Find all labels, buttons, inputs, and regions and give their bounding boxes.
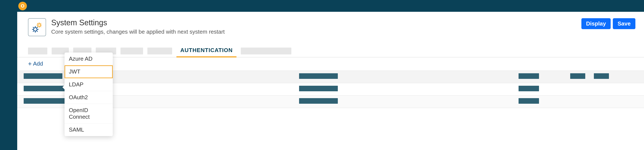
redacted-text	[594, 73, 609, 79]
app-top-bar: O	[0, 0, 644, 12]
add-button-label: Add	[33, 61, 43, 67]
content-panel: System Settings Core system settings, ch…	[17, 12, 644, 150]
redacted-text	[570, 73, 585, 79]
display-button[interactable]: Display	[582, 18, 611, 29]
redacted-text	[518, 98, 539, 104]
redacted-text	[518, 86, 539, 91]
page-subtitle: Core system settings, changes will be ap…	[51, 28, 633, 35]
save-button[interactable]: Save	[613, 18, 636, 29]
add-button[interactable]: + Add	[28, 61, 43, 67]
dropdown-item-saml[interactable]: SAML	[64, 123, 113, 136]
redacted-text	[518, 73, 539, 79]
redacted-text	[24, 98, 67, 104]
page-title: System Settings	[51, 18, 633, 27]
redacted-text	[299, 73, 338, 79]
plus-icon: +	[28, 61, 32, 67]
add-auth-dropdown: Azure ADJWTLDAPOAuth2OpenID ConnectSAML	[64, 53, 113, 136]
svg-point-0	[38, 24, 40, 26]
tab-placeholder[interactable]	[120, 48, 143, 54]
redacted-text	[299, 86, 338, 91]
redacted-text	[24, 73, 62, 79]
settings-gears-icon	[28, 18, 46, 36]
dropdown-item-oauth2[interactable]: OAuth2	[64, 91, 113, 104]
redacted-text	[299, 98, 338, 104]
tab-placeholder[interactable]	[28, 48, 47, 54]
svg-point-1	[34, 28, 37, 31]
tab-placeholder[interactable]	[241, 48, 291, 54]
dropdown-item-ldap[interactable]: LDAP	[64, 78, 113, 91]
avatar[interactable]: O	[18, 2, 27, 10]
tab-authentication[interactable]: AUTHENTICATION	[176, 45, 236, 57]
dropdown-item-jwt[interactable]: JWT	[64, 65, 113, 78]
tab-placeholder[interactable]	[148, 48, 172, 54]
redacted-text	[24, 86, 67, 91]
dropdown-item-azure-ad[interactable]: Azure AD	[64, 53, 113, 65]
dropdown-item-openid-connect[interactable]: OpenID Connect	[64, 104, 113, 123]
page-header: System Settings Core system settings, ch…	[17, 12, 644, 38]
